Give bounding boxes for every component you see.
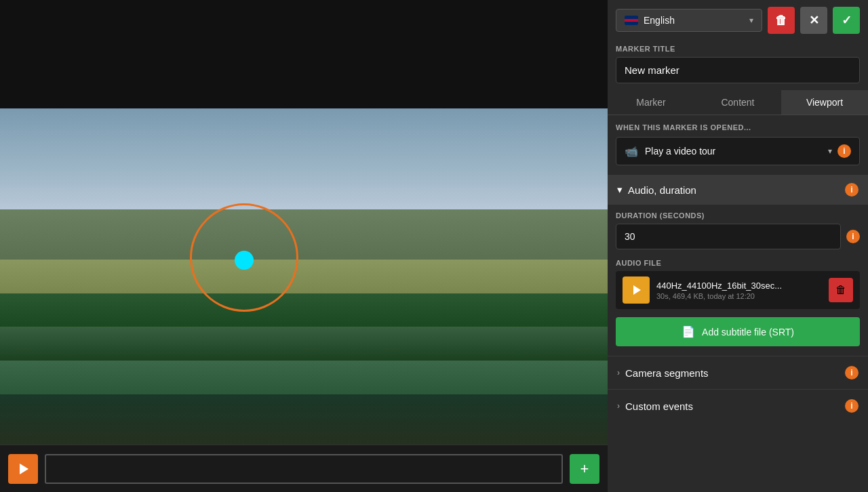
audio-delete-icon: 🗑 (835, 284, 846, 296)
audio-duration-info-icon[interactable]: i (845, 183, 859, 197)
duration-label: DURATION (SECONDS) (616, 211, 860, 220)
video-area (0, 108, 608, 445)
camera-segments-arrow-icon: › (617, 368, 620, 377)
audio-play-icon (633, 285, 641, 295)
camera-segments-label: Camera segments (625, 367, 709, 379)
language-label: English (644, 15, 675, 26)
left-panel: + (0, 0, 608, 492)
action-select[interactable]: 📹 Play a video tour ▾ i (616, 137, 860, 165)
custom-events-section[interactable]: › Custom events i (608, 389, 868, 422)
duration-input[interactable] (616, 224, 841, 249)
video-landscape (0, 108, 608, 445)
play-button[interactable] (8, 454, 38, 484)
duration-input-row: i (616, 224, 860, 249)
audio-duration-left: ▾ Audio, duration (617, 184, 696, 196)
tab-content[interactable]: Content (694, 90, 781, 115)
duration-section: DURATION (SECONDS) i (608, 205, 868, 255)
language-left: English (625, 15, 675, 26)
marker-title-input[interactable] (616, 57, 860, 83)
when-info-icon[interactable]: i (837, 144, 851, 158)
top-black-bar (0, 0, 608, 108)
audio-metadata: 30s, 469,4 KB, today at 12:20 (656, 292, 822, 300)
add-subtitle-button[interactable]: 📄 Add subtitle file (SRT) (616, 317, 860, 346)
audio-filename: 440Hz_44100Hz_16bit_30sec... (656, 281, 822, 291)
close-button[interactable]: ✕ (800, 7, 827, 34)
check-icon: ✓ (842, 13, 852, 28)
camera-segments-left: › Camera segments (617, 367, 709, 379)
tabs-row: Marker Content Viewport (608, 90, 868, 115)
audio-info: 440Hz_44100Hz_16bit_30sec... 30s, 469,4 … (656, 281, 822, 300)
play-icon (20, 464, 28, 474)
audio-delete-button[interactable]: 🗑 (829, 278, 853, 302)
action-chevron-icon: ▾ (828, 146, 832, 156)
cyan-dot-marker (235, 251, 254, 270)
tab-marker[interactable]: Marker (608, 90, 694, 115)
audio-duration-label: Audio, duration (628, 184, 696, 196)
language-flag (625, 16, 638, 25)
camera-segments-info-icon[interactable]: i (845, 366, 859, 380)
video-icon: 📹 (625, 145, 638, 158)
confirm-button[interactable]: ✓ (833, 7, 860, 34)
collapse-arrow-icon: ▾ (617, 184, 623, 196)
action-label: Play a video tour (645, 146, 715, 157)
trash-icon: 🗑 (775, 14, 787, 28)
header-row: English ▾ 🗑 ✕ ✓ (608, 0, 868, 41)
language-select[interactable]: English ▾ (616, 9, 762, 32)
right-panel: English ▾ 🗑 ✕ ✓ MARKER TITLE Marker Cont… (608, 0, 868, 492)
custom-events-label: Custom events (625, 401, 693, 412)
chevron-down-icon: ▾ (749, 16, 753, 25)
audio-duration-section-header[interactable]: ▾ Audio, duration i (608, 175, 868, 205)
add-marker-button[interactable]: + (570, 454, 599, 484)
close-icon: ✕ (809, 13, 819, 28)
tab-viewport[interactable]: Viewport (781, 90, 868, 115)
audio-file-section: AUDIO FILE 440Hz_44100Hz_16bit_30sec... … (608, 255, 868, 356)
custom-events-info-icon[interactable]: i (845, 399, 859, 413)
audio-file-label: AUDIO FILE (616, 259, 860, 267)
timeline-bar[interactable] (45, 454, 563, 484)
duration-info-icon[interactable]: i (846, 230, 860, 243)
action-left: 📹 Play a video tour (625, 145, 715, 158)
when-section-label: WHEN THIS MARKER IS OPENED... (616, 123, 860, 131)
marker-title-label: MARKER TITLE (616, 45, 860, 53)
subtitle-btn-label: Add subtitle file (SRT) (702, 327, 794, 337)
subtitle-section: 📄 Add subtitle file (SRT) (616, 309, 860, 346)
custom-events-arrow-icon: › (617, 401, 620, 411)
camera-segments-section[interactable]: › Camera segments i (608, 356, 868, 389)
delete-button[interactable]: 🗑 (768, 7, 795, 34)
audio-play-button[interactable] (623, 276, 650, 304)
custom-events-left: › Custom events (617, 401, 693, 412)
bottom-bar: + (0, 445, 608, 492)
audio-file-row: 440Hz_44100Hz_16bit_30sec... 30s, 469,4 … (616, 271, 860, 309)
marker-title-section: MARKER TITLE (608, 41, 868, 90)
when-section: WHEN THIS MARKER IS OPENED... 📹 Play a v… (608, 115, 868, 171)
subtitle-file-icon: 📄 (682, 325, 695, 338)
